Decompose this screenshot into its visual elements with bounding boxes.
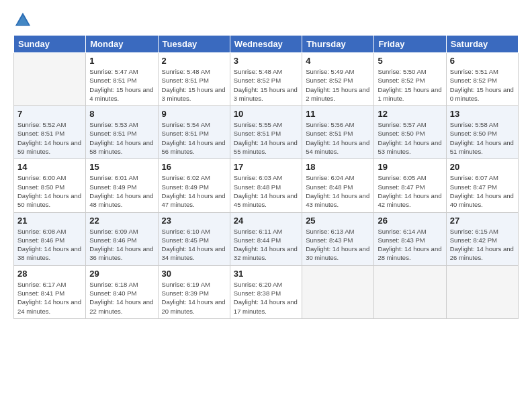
calendar-week-row: 7Sunrise: 5:52 AMSunset: 8:51 PMDaylight…	[14, 106, 519, 159]
day-number: 26	[378, 216, 442, 226]
calendar-day-header: Monday	[86, 36, 158, 53]
day-info: Sunrise: 5:57 AMSunset: 8:50 PMDaylight:…	[378, 120, 442, 156]
day-info: Sunrise: 6:05 AMSunset: 8:47 PMDaylight:…	[378, 173, 442, 209]
day-number: 15	[89, 162, 154, 172]
day-info: Sunrise: 5:51 AMSunset: 8:52 PMDaylight:…	[450, 67, 515, 103]
day-info: Sunrise: 5:48 AMSunset: 8:51 PMDaylight:…	[162, 67, 226, 103]
day-info: Sunrise: 6:04 AMSunset: 8:48 PMDaylight:…	[306, 173, 370, 209]
calendar-day-cell: 25Sunrise: 6:13 AMSunset: 8:43 PMDayligh…	[302, 212, 374, 265]
day-info: Sunrise: 5:54 AMSunset: 8:51 PMDaylight:…	[162, 120, 226, 156]
day-info: Sunrise: 6:20 AMSunset: 8:38 PMDaylight:…	[234, 280, 298, 316]
calendar-day-cell: 21Sunrise: 6:08 AMSunset: 8:46 PMDayligh…	[14, 212, 86, 265]
calendar-day-cell: 23Sunrise: 6:10 AMSunset: 8:45 PMDayligh…	[158, 212, 230, 265]
day-number: 5	[378, 56, 442, 66]
calendar-day-cell: 6Sunrise: 5:51 AMSunset: 8:52 PMDaylight…	[446, 53, 518, 106]
day-info: Sunrise: 6:19 AMSunset: 8:39 PMDaylight:…	[162, 280, 226, 316]
calendar-week-row: 28Sunrise: 6:17 AMSunset: 8:41 PMDayligh…	[14, 265, 519, 318]
day-info: Sunrise: 6:14 AMSunset: 8:43 PMDaylight:…	[378, 227, 442, 263]
day-number: 27	[450, 216, 515, 226]
calendar-day-cell: 16Sunrise: 6:02 AMSunset: 8:49 PMDayligh…	[158, 159, 230, 212]
calendar-day-cell: 4Sunrise: 5:49 AMSunset: 8:52 PMDaylight…	[302, 53, 374, 106]
calendar-day-header: Tuesday	[158, 36, 230, 53]
day-info: Sunrise: 6:09 AMSunset: 8:46 PMDaylight:…	[89, 227, 154, 263]
calendar-day-cell	[446, 265, 518, 318]
calendar-day-cell: 26Sunrise: 6:14 AMSunset: 8:43 PMDayligh…	[374, 212, 446, 265]
day-number: 17	[234, 162, 298, 172]
day-number: 1	[89, 56, 154, 66]
calendar-day-header: Sunday	[14, 36, 86, 53]
day-number: 29	[89, 269, 154, 279]
calendar-day-cell: 12Sunrise: 5:57 AMSunset: 8:50 PMDayligh…	[374, 106, 446, 159]
day-number: 25	[306, 216, 370, 226]
calendar-day-cell: 20Sunrise: 6:07 AMSunset: 8:47 PMDayligh…	[446, 159, 518, 212]
day-number: 22	[89, 216, 154, 226]
day-number: 2	[162, 56, 226, 66]
calendar-day-cell: 2Sunrise: 5:48 AMSunset: 8:51 PMDaylight…	[158, 53, 230, 106]
calendar-week-row: 1Sunrise: 5:47 AMSunset: 8:51 PMDaylight…	[14, 53, 519, 106]
calendar-day-cell: 19Sunrise: 6:05 AMSunset: 8:47 PMDayligh…	[374, 159, 446, 212]
day-number: 6	[450, 56, 515, 66]
day-info: Sunrise: 5:56 AMSunset: 8:51 PMDaylight:…	[306, 120, 370, 156]
day-info: Sunrise: 5:53 AMSunset: 8:51 PMDaylight:…	[89, 120, 154, 156]
calendar-day-cell: 31Sunrise: 6:20 AMSunset: 8:38 PMDayligh…	[230, 265, 302, 318]
day-info: Sunrise: 5:48 AMSunset: 8:52 PMDaylight:…	[234, 67, 298, 103]
calendar-table: SundayMondayTuesdayWednesdayThursdayFrid…	[13, 35, 519, 319]
day-number: 18	[306, 162, 370, 172]
page: SundayMondayTuesdayWednesdayThursdayFrid…	[0, 0, 532, 411]
calendar-day-cell: 5Sunrise: 5:50 AMSunset: 8:52 PMDaylight…	[374, 53, 446, 106]
day-number: 28	[17, 269, 82, 279]
day-number: 21	[17, 216, 82, 226]
calendar-day-cell: 13Sunrise: 5:58 AMSunset: 8:50 PMDayligh…	[446, 106, 518, 159]
day-number: 11	[306, 109, 370, 119]
calendar-day-header: Friday	[374, 36, 446, 53]
calendar-day-cell: 30Sunrise: 6:19 AMSunset: 8:39 PMDayligh…	[158, 265, 230, 318]
calendar-day-cell: 15Sunrise: 6:01 AMSunset: 8:49 PMDayligh…	[86, 159, 158, 212]
calendar-day-cell: 18Sunrise: 6:04 AMSunset: 8:48 PMDayligh…	[302, 159, 374, 212]
day-info: Sunrise: 6:17 AMSunset: 8:41 PMDaylight:…	[17, 280, 82, 316]
day-number: 4	[306, 56, 370, 66]
day-number: 30	[162, 269, 226, 279]
calendar-day-cell: 8Sunrise: 5:53 AMSunset: 8:51 PMDaylight…	[86, 106, 158, 159]
day-number: 23	[162, 216, 226, 226]
day-number: 24	[234, 216, 298, 226]
calendar-day-cell	[302, 265, 374, 318]
day-number: 12	[378, 109, 442, 119]
logo	[13, 11, 35, 30]
calendar-day-cell: 22Sunrise: 6:09 AMSunset: 8:46 PMDayligh…	[86, 212, 158, 265]
day-number: 14	[17, 162, 82, 172]
day-number: 9	[162, 109, 226, 119]
day-info: Sunrise: 6:00 AMSunset: 8:50 PMDaylight:…	[17, 173, 82, 209]
day-number: 7	[17, 109, 82, 119]
calendar-day-header: Thursday	[302, 36, 374, 53]
day-info: Sunrise: 6:07 AMSunset: 8:47 PMDaylight:…	[450, 173, 515, 209]
day-info: Sunrise: 6:11 AMSunset: 8:44 PMDaylight:…	[234, 227, 298, 263]
day-number: 10	[234, 109, 298, 119]
day-info: Sunrise: 6:03 AMSunset: 8:48 PMDaylight:…	[234, 173, 298, 209]
calendar-day-cell: 11Sunrise: 5:56 AMSunset: 8:51 PMDayligh…	[302, 106, 374, 159]
calendar-day-cell: 14Sunrise: 6:00 AMSunset: 8:50 PMDayligh…	[14, 159, 86, 212]
day-number: 19	[378, 162, 442, 172]
calendar-day-cell: 7Sunrise: 5:52 AMSunset: 8:51 PMDaylight…	[14, 106, 86, 159]
calendar-day-cell	[14, 53, 86, 106]
day-info: Sunrise: 6:08 AMSunset: 8:46 PMDaylight:…	[17, 227, 82, 263]
day-info: Sunrise: 5:55 AMSunset: 8:51 PMDaylight:…	[234, 120, 298, 156]
day-number: 31	[234, 269, 298, 279]
logo-icon	[13, 11, 32, 30]
calendar-day-cell: 28Sunrise: 6:17 AMSunset: 8:41 PMDayligh…	[14, 265, 86, 318]
day-info: Sunrise: 6:10 AMSunset: 8:45 PMDaylight:…	[162, 227, 226, 263]
calendar-day-cell: 27Sunrise: 6:15 AMSunset: 8:42 PMDayligh…	[446, 212, 518, 265]
day-number: 3	[234, 56, 298, 66]
calendar-day-cell: 3Sunrise: 5:48 AMSunset: 8:52 PMDaylight…	[230, 53, 302, 106]
day-number: 8	[89, 109, 154, 119]
calendar-day-cell: 17Sunrise: 6:03 AMSunset: 8:48 PMDayligh…	[230, 159, 302, 212]
calendar-day-cell: 1Sunrise: 5:47 AMSunset: 8:51 PMDaylight…	[86, 53, 158, 106]
day-info: Sunrise: 6:02 AMSunset: 8:49 PMDaylight:…	[162, 173, 226, 209]
calendar-day-cell	[374, 265, 446, 318]
calendar-day-header: Saturday	[446, 36, 518, 53]
day-number: 20	[450, 162, 515, 172]
day-info: Sunrise: 6:13 AMSunset: 8:43 PMDaylight:…	[306, 227, 370, 263]
calendar-week-row: 14Sunrise: 6:00 AMSunset: 8:50 PMDayligh…	[14, 159, 519, 212]
day-number: 16	[162, 162, 226, 172]
calendar-day-cell: 9Sunrise: 5:54 AMSunset: 8:51 PMDaylight…	[158, 106, 230, 159]
day-info: Sunrise: 5:52 AMSunset: 8:51 PMDaylight:…	[17, 120, 82, 156]
